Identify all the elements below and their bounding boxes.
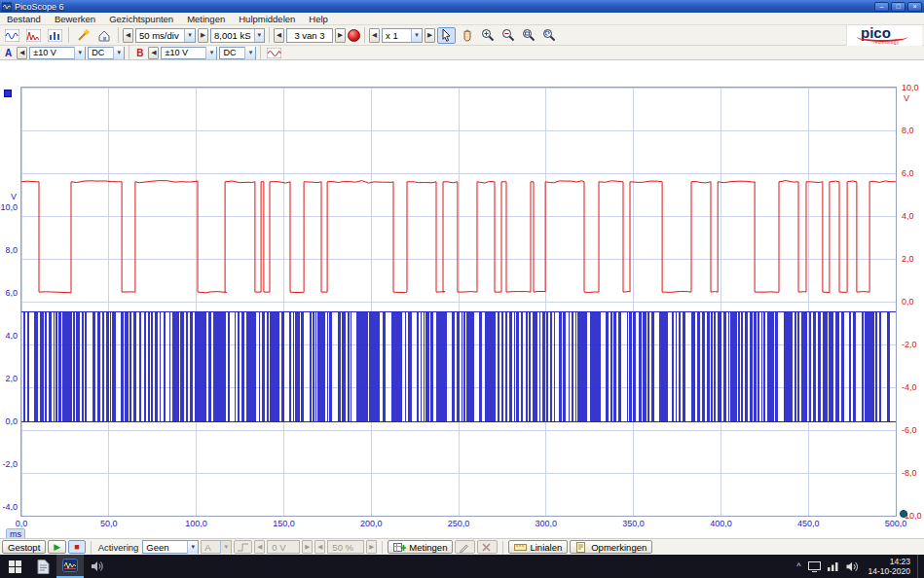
channel-a-coupling-select[interactable]: DC ▾ [88,47,125,59]
edit-measurement-button [455,540,475,554]
add-measurement-button[interactable]: Metingen [388,540,453,554]
time-axis-tick: 300,0 [536,519,558,528]
close-button[interactable]: × [907,2,922,12]
menu-metingen[interactable]: Metingen [180,14,232,24]
chevron-down-icon[interactable]: ▾ [244,47,255,59]
taskbar-app-picoscope[interactable] [56,555,84,578]
persistence-view-icon [48,29,62,42]
signal-generator-button[interactable] [265,47,282,59]
zoom-decrease-button[interactable]: ◀ [369,28,380,43]
chevron-down-icon[interactable]: ▾ [74,47,85,59]
channel-b-axis-marker[interactable] [900,510,907,518]
taskbar-clock[interactable]: 14:23 14-10-2020 [866,557,910,576]
zoom-increase-button[interactable]: ▶ [425,28,435,43]
marquee-zoom-tool-button[interactable] [519,27,537,44]
ruler-icon [514,542,527,553]
chevron-down-icon[interactable]: ▾ [411,29,422,42]
separator [382,541,383,554]
home-button[interactable] [94,26,114,44]
right-axis-tick: -4,0 [902,382,917,392]
menu-hulpmiddelen[interactable]: Hulpmiddelen [232,14,302,24]
notes-button[interactable]: Opmerkingen [570,540,652,554]
chevron-down-icon[interactable]: ▾ [113,47,124,59]
measurement-grid-plus-icon [393,542,406,553]
clock-date: 14-10-2020 [869,566,910,576]
channel-b-range-select[interactable]: ±10 V ▾ [161,47,217,59]
run-status-button[interactable]: Gestopt [2,540,46,554]
left-axis-channel-a[interactable]: V10,08,06,04,02,00,0-2,0-4,0 [0,88,19,527]
minimize-button[interactable]: – [874,2,889,12]
timebase-decrease-button[interactable]: ◀ [123,28,133,43]
timebase-select[interactable]: 50 ms/div ▾ [135,28,196,43]
buffer-previous-button[interactable]: ◀ [274,28,284,43]
stop-capture-button[interactable]: ■ [68,540,85,554]
display-tray-icon[interactable] [808,561,821,572]
rulers-button[interactable]: Linialen [508,540,568,554]
network-tray-icon[interactable] [828,561,839,571]
toolbar-separator [129,45,129,60]
clock-time: 14:23 [890,557,910,566]
trigger-source-value: A [202,542,213,553]
awg-sine-icon [267,48,281,58]
time-axis-tick: 100,0 [185,519,207,528]
channel-a-axis-handle[interactable] [4,90,12,97]
scope-view-button[interactable] [2,26,21,44]
right-axis-tick: -6,0 [902,425,917,435]
start-capture-button[interactable]: ▶ [48,540,66,554]
channel-a-range-select[interactable]: ±10 V ▾ [29,47,86,59]
zoom-select[interactable]: x 1 ▾ [382,28,423,43]
timebase-increase-button[interactable]: ▶ [198,28,208,43]
menu-bewerken[interactable]: Bewerken [48,14,102,24]
buffer-next-button[interactable]: ▶ [335,28,346,43]
start-button[interactable] [0,555,29,578]
main-toolbar: ◀ 50 ms/div ▾ ▶ 8,001 kS ▾ ◀ 3 van 3 ▶ ◀… [0,25,924,46]
delete-x-icon [481,542,494,553]
zoom-out-tool-button[interactable] [499,27,517,44]
zoom-in-tool-button[interactable] [478,27,497,44]
channel-b-range-decrease[interactable]: ◀ [148,47,159,59]
left-axis-tick: 6,0 [5,288,18,298]
scope-display-area[interactable]: V10,08,06,04,02,00,0-2,0-4,0 10,08,06,04… [0,60,924,538]
chevron-down-icon[interactable]: ▾ [184,29,195,42]
right-axis-tick: -2,0 [902,340,917,349]
buffer-navigator-button[interactable] [348,29,360,42]
channel-a-label[interactable]: A [2,48,15,58]
waveform-plot[interactable] [21,88,896,516]
separator [502,541,503,554]
chevron-down-icon[interactable]: ▾ [254,29,265,42]
right-axis-tick: 6,0 [902,168,914,178]
channel-a-range-decrease[interactable]: ◀ [17,47,27,59]
separator [91,541,92,554]
undo-zoom-tool-button[interactable] [539,27,558,44]
left-axis-tick: 4,0 [5,331,18,341]
trigger-level-decrease: ◀ [254,540,265,554]
select-tool-button[interactable] [437,27,456,44]
channel-b-label[interactable]: B [133,48,146,58]
volume-tray-icon[interactable] [846,561,859,572]
menu-help[interactable]: Help [302,14,335,24]
samples-select[interactable]: 8,001 kS ▾ [210,28,265,43]
menu-bestand[interactable]: Bestand [0,14,48,24]
show-desktop-button[interactable] [917,555,921,578]
maximize-button[interactable]: □ [891,2,906,12]
left-axis-tick: -2,0 [2,459,18,469]
taskbar-app-document[interactable] [29,555,56,578]
plot-frame[interactable] [20,87,897,517]
right-axis-channel-b[interactable]: 10,08,06,04,02,00,0-2,0-4,0-6,0-8,0-10,0… [899,88,924,527]
taskbar-app-mixer[interactable] [84,555,111,578]
persistence-view-button[interactable] [45,26,64,44]
title-bar[interactable]: PicoScope 6 – □ × [0,0,924,13]
pan-tool-button[interactable] [458,27,476,44]
chevron-down-icon[interactable]: ▾ [205,47,216,59]
chevron-down-icon[interactable]: ▾ [187,541,198,554]
time-axis-tick: 0,0 [16,519,28,528]
right-axis-tick: 10,0 [902,83,919,92]
channel-b-coupling-select[interactable]: DC ▾ [219,47,256,59]
spectrum-view-button[interactable] [23,26,43,44]
menu-gezichtspunten[interactable]: Gezichtspunten [102,14,180,24]
trigger-mode-select[interactable]: Geen ▾ [142,540,199,554]
auto-setup-button[interactable] [73,26,92,44]
trigger-bar: Gestopt ▶ ■ Activering Geen ▾ A ▾ ◀ 0 V … [0,538,924,555]
hidden-icons-chevron[interactable]: ^ [796,561,800,571]
left-axis-unit: V [11,192,17,201]
